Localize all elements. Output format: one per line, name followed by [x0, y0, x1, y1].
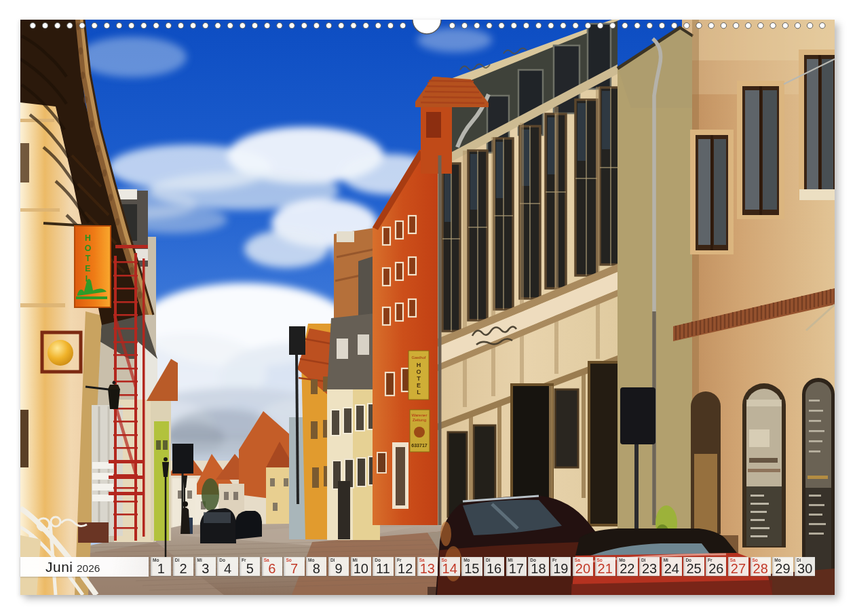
- svg-text:H: H: [417, 362, 421, 368]
- svg-text:H: H: [84, 233, 90, 243]
- svg-text:O: O: [416, 368, 421, 375]
- svg-text:633717: 633717: [411, 443, 427, 448]
- svg-text:E: E: [417, 382, 421, 389]
- svg-text:Zeitung: Zeitung: [413, 418, 426, 422]
- svg-text:Warener: Warener: [412, 413, 428, 417]
- svg-text:O: O: [84, 244, 91, 253]
- svg-text:T: T: [417, 375, 421, 382]
- svg-text:E: E: [85, 264, 90, 273]
- svg-text:L: L: [417, 389, 421, 396]
- svg-text:Gasthof: Gasthof: [411, 355, 425, 360]
- svg-text:T: T: [85, 254, 90, 263]
